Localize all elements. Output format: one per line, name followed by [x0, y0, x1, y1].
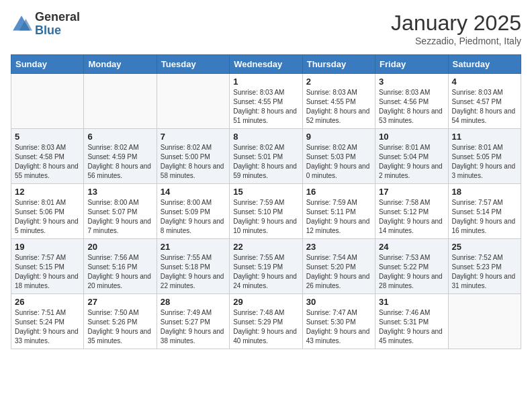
calendar-cell: 1Sunrise: 8:03 AM Sunset: 4:55 PM Daylig… [230, 74, 302, 129]
calendar-cell [157, 74, 229, 129]
calendar-cell: 27Sunrise: 7:50 AM Sunset: 5:26 PM Dayli… [84, 294, 157, 349]
calendar-cell: 2Sunrise: 8:03 AM Sunset: 4:55 PM Daylig… [302, 74, 375, 129]
day-info: Sunrise: 8:01 AM Sunset: 5:04 PM Dayligh… [379, 143, 444, 181]
logo-text: General Blue [35, 11, 80, 38]
day-number: 19 [15, 242, 80, 252]
day-number: 30 [306, 297, 371, 307]
day-header-friday: Friday [375, 55, 448, 74]
month-title: January 2025 [391, 11, 521, 36]
day-info: Sunrise: 7:52 AM Sunset: 5:23 PM Dayligh… [452, 253, 517, 291]
calendar-cell: 9Sunrise: 8:02 AM Sunset: 5:03 PM Daylig… [302, 129, 375, 184]
calendar-week-5: 26Sunrise: 7:51 AM Sunset: 5:24 PM Dayli… [11, 294, 521, 349]
day-info: Sunrise: 8:03 AM Sunset: 4:58 PM Dayligh… [15, 143, 80, 181]
calendar-cell: 6Sunrise: 8:02 AM Sunset: 4:59 PM Daylig… [84, 129, 157, 184]
calendar-cell: 15Sunrise: 7:59 AM Sunset: 5:10 PM Dayli… [230, 184, 302, 239]
day-number: 12 [15, 187, 80, 197]
day-info: Sunrise: 7:57 AM Sunset: 5:14 PM Dayligh… [452, 198, 517, 236]
calendar-week-4: 19Sunrise: 7:57 AM Sunset: 5:15 PM Dayli… [11, 239, 521, 294]
calendar-cell: 25Sunrise: 7:52 AM Sunset: 5:23 PM Dayli… [448, 239, 521, 294]
calendar-cell: 20Sunrise: 7:56 AM Sunset: 5:16 PM Dayli… [84, 239, 157, 294]
day-info: Sunrise: 7:57 AM Sunset: 5:15 PM Dayligh… [15, 253, 80, 291]
logo-general-text: General [35, 10, 80, 24]
day-number: 15 [233, 187, 298, 197]
calendar-week-3: 12Sunrise: 8:01 AM Sunset: 5:06 PM Dayli… [11, 184, 521, 239]
day-info: Sunrise: 7:53 AM Sunset: 5:22 PM Dayligh… [379, 253, 444, 291]
day-number: 29 [233, 297, 298, 307]
day-info: Sunrise: 7:56 AM Sunset: 5:16 PM Dayligh… [87, 253, 152, 291]
calendar-cell: 14Sunrise: 8:00 AM Sunset: 5:09 PM Dayli… [157, 184, 229, 239]
day-info: Sunrise: 8:02 AM Sunset: 4:59 PM Dayligh… [87, 143, 152, 181]
calendar-cell: 26Sunrise: 7:51 AM Sunset: 5:24 PM Dayli… [11, 294, 84, 349]
day-number: 23 [306, 242, 371, 252]
calendar-cell [448, 294, 521, 349]
day-info: Sunrise: 7:55 AM Sunset: 5:19 PM Dayligh… [233, 253, 298, 291]
location-subtitle: Sezzadio, Piedmont, Italy [391, 36, 521, 46]
calendar-cell: 28Sunrise: 7:49 AM Sunset: 5:27 PM Dayli… [157, 294, 229, 349]
logo-blue-text: Blue [35, 24, 61, 37]
day-number: 17 [379, 187, 444, 197]
day-number: 11 [452, 132, 517, 142]
calendar-cell: 19Sunrise: 7:57 AM Sunset: 5:15 PM Dayli… [11, 239, 84, 294]
calendar-cell: 7Sunrise: 8:02 AM Sunset: 5:00 PM Daylig… [157, 129, 229, 184]
day-info: Sunrise: 7:59 AM Sunset: 5:10 PM Dayligh… [233, 198, 298, 236]
calendar-cell: 30Sunrise: 7:47 AM Sunset: 5:30 PM Dayli… [302, 294, 375, 349]
day-number: 27 [87, 297, 152, 307]
day-info: Sunrise: 8:03 AM Sunset: 4:56 PM Dayligh… [379, 88, 444, 126]
day-info: Sunrise: 7:50 AM Sunset: 5:26 PM Dayligh… [87, 308, 152, 346]
day-info: Sunrise: 7:58 AM Sunset: 5:12 PM Dayligh… [379, 198, 444, 236]
calendar-cell: 5Sunrise: 8:03 AM Sunset: 4:58 PM Daylig… [11, 129, 84, 184]
day-info: Sunrise: 8:01 AM Sunset: 5:06 PM Dayligh… [15, 198, 80, 236]
day-info: Sunrise: 7:54 AM Sunset: 5:20 PM Dayligh… [306, 253, 371, 291]
page-header: General Blue January 2025 Sezzadio, Pied… [11, 11, 521, 46]
calendar-cell [84, 74, 157, 129]
calendar-cell: 3Sunrise: 8:03 AM Sunset: 4:56 PM Daylig… [375, 74, 448, 129]
day-info: Sunrise: 7:59 AM Sunset: 5:11 PM Dayligh… [306, 198, 371, 236]
calendar-cell: 18Sunrise: 7:57 AM Sunset: 5:14 PM Dayli… [448, 184, 521, 239]
calendar-cell: 8Sunrise: 8:02 AM Sunset: 5:01 PM Daylig… [230, 129, 302, 184]
day-number: 6 [87, 132, 152, 142]
day-number: 8 [233, 132, 298, 142]
day-number: 1 [233, 77, 298, 87]
calendar-cell: 10Sunrise: 8:01 AM Sunset: 5:04 PM Dayli… [375, 129, 448, 184]
calendar-cell: 16Sunrise: 7:59 AM Sunset: 5:11 PM Dayli… [302, 184, 375, 239]
day-header-monday: Monday [84, 55, 157, 74]
day-number: 31 [379, 297, 444, 307]
day-number: 14 [161, 187, 226, 197]
day-number: 2 [306, 77, 371, 87]
day-info: Sunrise: 8:02 AM Sunset: 5:00 PM Dayligh… [161, 143, 226, 181]
day-info: Sunrise: 8:03 AM Sunset: 4:57 PM Dayligh… [452, 88, 517, 126]
day-number: 9 [306, 132, 371, 142]
calendar-cell: 4Sunrise: 8:03 AM Sunset: 4:57 PM Daylig… [448, 74, 521, 129]
calendar-cell: 21Sunrise: 7:55 AM Sunset: 5:18 PM Dayli… [157, 239, 229, 294]
day-info: Sunrise: 7:55 AM Sunset: 5:18 PM Dayligh… [161, 253, 226, 291]
calendar-cell: 17Sunrise: 7:58 AM Sunset: 5:12 PM Dayli… [375, 184, 448, 239]
day-info: Sunrise: 7:46 AM Sunset: 5:31 PM Dayligh… [379, 308, 444, 346]
calendar-cell: 12Sunrise: 8:01 AM Sunset: 5:06 PM Dayli… [11, 184, 84, 239]
day-number: 25 [452, 242, 517, 252]
day-info: Sunrise: 7:49 AM Sunset: 5:27 PM Dayligh… [161, 308, 226, 346]
day-info: Sunrise: 8:03 AM Sunset: 4:55 PM Dayligh… [306, 88, 371, 126]
calendar-cell: 29Sunrise: 7:48 AM Sunset: 5:29 PM Dayli… [230, 294, 302, 349]
day-header-sunday: Sunday [11, 55, 84, 74]
title-block: January 2025 Sezzadio, Piedmont, Italy [391, 11, 521, 46]
calendar-cell: 23Sunrise: 7:54 AM Sunset: 5:20 PM Dayli… [302, 239, 375, 294]
calendar-cell: 24Sunrise: 7:53 AM Sunset: 5:22 PM Dayli… [375, 239, 448, 294]
calendar-week-2: 5Sunrise: 8:03 AM Sunset: 4:58 PM Daylig… [11, 129, 521, 184]
calendar-cell: 22Sunrise: 7:55 AM Sunset: 5:19 PM Dayli… [230, 239, 302, 294]
day-number: 4 [452, 77, 517, 87]
day-number: 21 [161, 242, 226, 252]
calendar-cell: 11Sunrise: 8:01 AM Sunset: 5:05 PM Dayli… [448, 129, 521, 184]
day-info: Sunrise: 8:00 AM Sunset: 5:07 PM Dayligh… [87, 198, 152, 236]
calendar-week-1: 1Sunrise: 8:03 AM Sunset: 4:55 PM Daylig… [11, 74, 521, 129]
day-info: Sunrise: 7:51 AM Sunset: 5:24 PM Dayligh… [15, 308, 80, 346]
calendar-cell: 31Sunrise: 7:46 AM Sunset: 5:31 PM Dayli… [375, 294, 448, 349]
day-info: Sunrise: 8:02 AM Sunset: 5:03 PM Dayligh… [306, 143, 371, 181]
day-number: 18 [452, 187, 517, 197]
day-number: 28 [161, 297, 226, 307]
day-number: 5 [15, 132, 80, 142]
day-info: Sunrise: 7:47 AM Sunset: 5:30 PM Dayligh… [306, 308, 371, 346]
day-info: Sunrise: 7:48 AM Sunset: 5:29 PM Dayligh… [233, 308, 298, 346]
day-header-tuesday: Tuesday [157, 55, 229, 74]
day-info: Sunrise: 8:01 AM Sunset: 5:05 PM Dayligh… [452, 143, 517, 181]
day-number: 20 [87, 242, 152, 252]
